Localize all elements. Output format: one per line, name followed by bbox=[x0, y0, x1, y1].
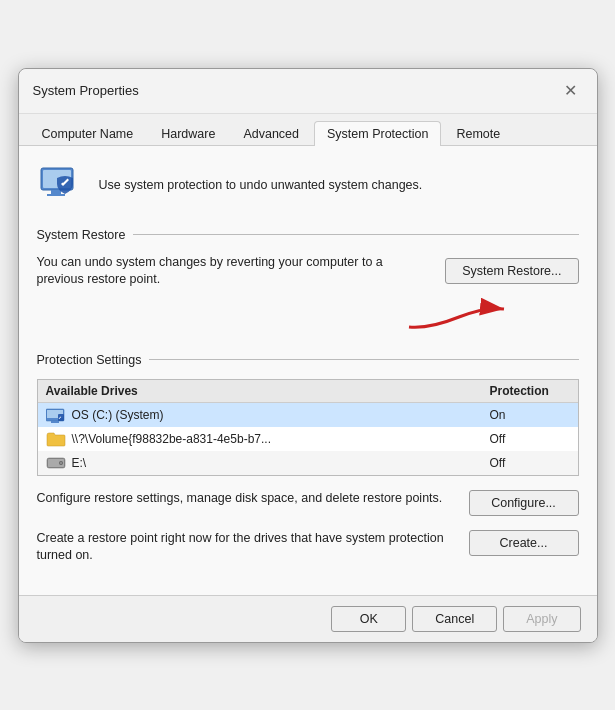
title-bar: System Properties ✕ bbox=[19, 69, 597, 114]
system-drive-icon bbox=[46, 407, 66, 423]
svg-rect-7 bbox=[51, 421, 59, 423]
system-restore-label: System Restore bbox=[37, 228, 126, 242]
close-button[interactable]: ✕ bbox=[559, 79, 583, 103]
system-restore-header: System Restore bbox=[37, 228, 579, 242]
drive-name: E:\ bbox=[72, 456, 87, 470]
table-row[interactable]: E:\ Off bbox=[38, 451, 578, 475]
ok-button[interactable]: OK bbox=[331, 606, 406, 632]
content-area: Use system protection to undo unwanted s… bbox=[19, 146, 597, 595]
svg-rect-8 bbox=[58, 414, 64, 421]
tab-bar: Computer Name Hardware Advanced System P… bbox=[19, 114, 597, 146]
create-button[interactable]: Create... bbox=[469, 530, 579, 556]
tab-remote[interactable]: Remote bbox=[443, 121, 513, 146]
drives-table: Available Drives Protection OS (C:) (Sys… bbox=[37, 379, 579, 476]
restore-description: You can undo system changes by reverting… bbox=[37, 254, 430, 289]
table-header-row: Available Drives Protection bbox=[38, 380, 578, 403]
tab-system-protection[interactable]: System Protection bbox=[314, 121, 441, 146]
protection-settings-header: Protection Settings bbox=[37, 353, 579, 367]
col-header-drive: Available Drives bbox=[46, 384, 490, 398]
apply-button[interactable]: Apply bbox=[503, 606, 580, 632]
protection-status: On bbox=[490, 408, 570, 422]
protection-settings-label: Protection Settings bbox=[37, 353, 142, 367]
drive-cell: OS (C:) (System) bbox=[46, 407, 490, 423]
configure-button[interactable]: Configure... bbox=[469, 490, 579, 516]
system-properties-dialog: System Properties ✕ Computer Name Hardwa… bbox=[18, 68, 598, 643]
drive-name: \\?\Volume{f98832be-a831-4e5b-b7... bbox=[72, 432, 272, 446]
restore-section: You can undo system changes by reverting… bbox=[37, 254, 579, 289]
drive-icon bbox=[46, 455, 66, 471]
table-row[interactable]: OS (C:) (System) On bbox=[38, 403, 578, 427]
configure-description: Configure restore settings, manage disk … bbox=[37, 490, 453, 508]
drive-cell: E:\ bbox=[46, 455, 490, 471]
create-section: Create a restore point right now for the… bbox=[37, 530, 579, 565]
col-header-protection: Protection bbox=[490, 384, 570, 398]
drive-cell: \\?\Volume{f98832be-a831-4e5b-b7... bbox=[46, 431, 490, 447]
protection-section-divider bbox=[149, 359, 578, 360]
drive-name: OS (C:) (System) bbox=[72, 408, 164, 422]
cancel-button[interactable]: Cancel bbox=[412, 606, 497, 632]
top-description: Use system protection to undo unwanted s… bbox=[99, 177, 423, 195]
protection-status: Off bbox=[490, 456, 570, 470]
tab-advanced[interactable]: Advanced bbox=[230, 121, 312, 146]
svg-rect-3 bbox=[47, 194, 65, 196]
dialog-footer: OK Cancel Apply bbox=[19, 595, 597, 642]
system-restore-button[interactable]: System Restore... bbox=[445, 258, 578, 284]
tab-hardware[interactable]: Hardware bbox=[148, 121, 228, 146]
svg-rect-2 bbox=[51, 190, 61, 194]
section-divider bbox=[133, 234, 578, 235]
protection-status: Off bbox=[490, 432, 570, 446]
table-row[interactable]: \\?\Volume{f98832be-a831-4e5b-b7... Off bbox=[38, 427, 578, 451]
red-arrow-icon bbox=[399, 297, 519, 337]
arrow-container bbox=[37, 297, 579, 337]
create-description: Create a restore point right now for the… bbox=[37, 530, 453, 565]
svg-point-12 bbox=[60, 462, 62, 464]
configure-section: Configure restore settings, manage disk … bbox=[37, 490, 579, 516]
protection-icon bbox=[37, 162, 85, 210]
top-section: Use system protection to undo unwanted s… bbox=[37, 162, 579, 210]
folder-icon bbox=[46, 431, 66, 447]
dialog-title: System Properties bbox=[33, 83, 139, 98]
tab-computer-name[interactable]: Computer Name bbox=[29, 121, 147, 146]
